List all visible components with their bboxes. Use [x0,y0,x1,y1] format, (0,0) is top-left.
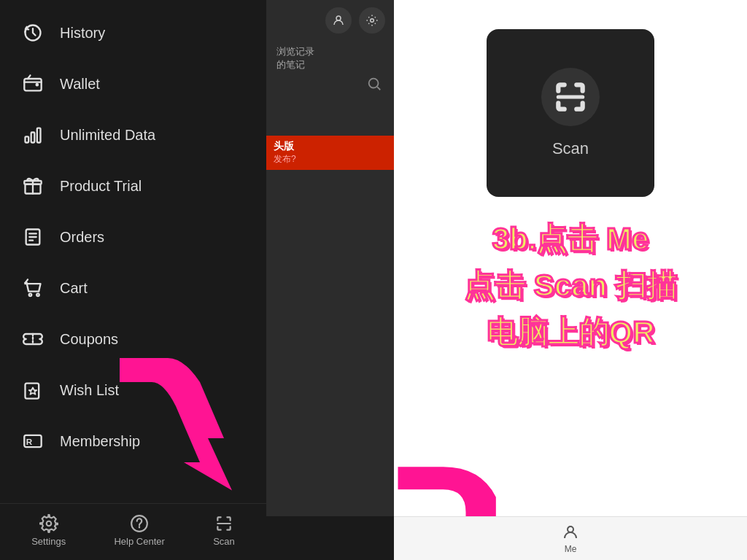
instruction-overlay: 3b.点击 Me 点击 Scan 扫描 电脑上的QR [394,211,747,360]
orders-icon [20,225,45,249]
sidebar-item-history-label: History [60,25,105,42]
sidebar-item-product-trial-label: Product Trial [60,178,142,195]
scan-qr-icon [552,79,589,115]
sidebar-item-coupons-label: Coupons [60,331,118,348]
help-icon [130,514,149,533]
red-bar: 头版 发布? [266,136,394,170]
sidebar-item-orders-label: Orders [60,229,104,246]
settings-icon [39,514,58,533]
gear-icon [365,14,379,27]
sidebar-item-cart-label: Cart [60,280,88,297]
sidebar-item-orders[interactable]: Orders [0,211,266,262]
search-icon[interactable] [366,76,382,92]
settings-label: Settings [31,536,66,547]
scan-box[interactable]: Scan [487,29,654,197]
svg-rect-2 [26,136,29,142]
svg-rect-4 [37,128,41,143]
gift-icon [20,174,45,198]
svg-point-26 [568,526,573,532]
me-icon [562,524,579,541]
instruction-line-3: 电脑上的QR [487,312,655,353]
svg-point-11 [29,294,32,297]
user-icon [332,14,345,27]
sidebar-footer: Settings Help Center Scan [0,503,266,560]
sidebar-item-unlimited-data[interactable]: Unlimited Data [0,109,266,160]
settings-footer-item[interactable]: Settings [31,514,66,547]
svg-point-12 [36,294,39,297]
wallet-icon [20,71,45,96]
scan-footer-icon [214,514,233,533]
membership-icon: R [20,429,45,454]
svg-point-22 [371,19,374,23]
scan-footer-item[interactable]: Scan [213,514,235,547]
middle-header [266,0,394,41]
sidebar-item-wallet-label: Wallet [60,76,100,93]
help-center-label: Help Center [114,536,164,547]
me-tab-label: Me [565,544,577,554]
svg-point-23 [369,79,379,88]
instruction-line-1: 3b.点击 Me [492,219,649,260]
scan-label: Scan [552,139,589,158]
svg-rect-15 [26,384,39,399]
scan-icon-container [541,68,600,126]
browse-text: 浏览记录 的笔记 [266,41,394,76]
instruction-line-2: 点击 Scan 扫描 [464,265,677,306]
middle-bottom-nav [266,516,394,560]
bottom-tab-bar: Me [394,516,747,560]
middle-me-btn[interactable] [325,7,352,34]
svg-point-18 [46,521,51,526]
bottom-tab-me[interactable]: Me [540,524,601,554]
svg-line-24 [377,87,380,90]
coupons-icon [20,327,45,351]
sidebar-item-history[interactable]: History [0,7,266,58]
svg-text:R: R [26,437,33,446]
svg-rect-3 [31,133,35,143]
history-icon [20,20,45,45]
sidebar-item-cart[interactable]: Cart [0,262,266,314]
cart-icon [20,276,45,300]
sidebar-item-wallet[interactable]: Wallet [0,58,266,109]
sidebar-item-unlimited-data-label: Unlimited Data [60,127,155,144]
wishlist-icon [20,378,45,402]
help-center-footer-item[interactable]: Help Center [114,514,164,547]
scan-footer-label: Scan [213,536,235,547]
arrow-left [95,350,241,510]
chart-icon [20,122,45,147]
sidebar-item-product-trial[interactable]: Product Trial [0,160,266,211]
middle-panel: 浏览记录 的笔记 头版 发布? [266,0,394,560]
svg-point-21 [336,16,341,20]
middle-settings-btn[interactable] [359,7,385,34]
